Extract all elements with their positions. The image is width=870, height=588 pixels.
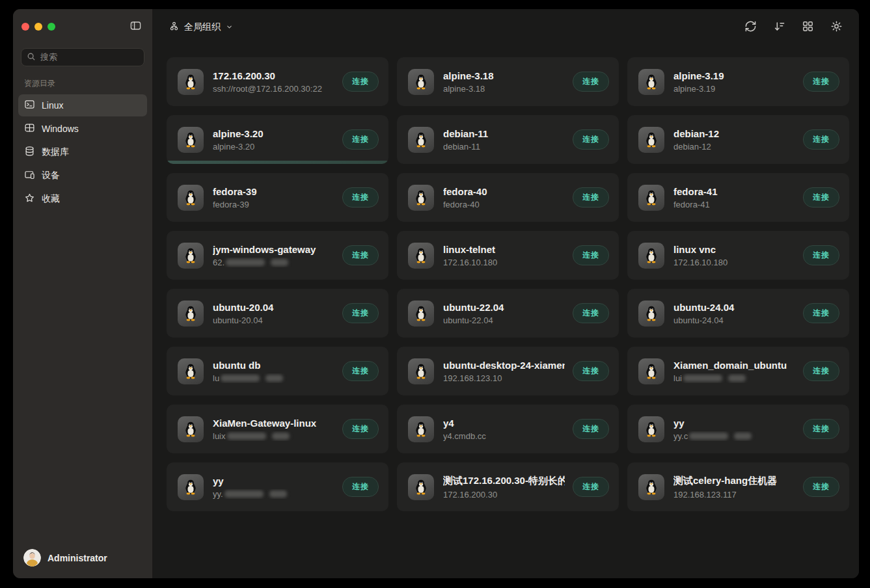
server-card[interactable]: y4y4.cmdb.cc连接: [397, 405, 619, 453]
server-card[interactable]: alpine-3.18alpine-3.18连接: [397, 57, 619, 106]
server-meta: fedora-41fedora-41: [673, 186, 795, 209]
server-card[interactable]: alpine-3.20alpine-3.20连接: [167, 115, 388, 164]
connect-button[interactable]: 连接: [342, 245, 379, 265]
sidebar-item-favorites[interactable]: 收藏: [18, 188, 147, 210]
section-label: 资源目录: [24, 78, 152, 89]
server-card[interactable]: jym-windows-gateway62.连接: [167, 231, 388, 280]
server-address: 172.16.10.180: [443, 258, 565, 267]
server-meta: linux-telnet172.16.10.180: [443, 244, 565, 267]
sidebar-item-database[interactable]: 数据库: [18, 141, 147, 163]
connect-button[interactable]: 连接: [342, 361, 379, 381]
server-card[interactable]: 测试172.16.200.30-特别长的...172.16.200.30连接: [397, 462, 619, 511]
star-icon: [24, 193, 35, 206]
connect-button[interactable]: 连接: [573, 477, 609, 497]
server-address: ubuntu-22.04: [443, 315, 565, 325]
server-address: ubuntu-24.04: [673, 315, 795, 325]
server-card[interactable]: fedora-39fedora-39连接: [167, 173, 388, 222]
topbar: 全局组织: [153, 9, 859, 46]
connect-button[interactable]: 连接: [342, 419, 379, 439]
settings-button[interactable]: [829, 19, 844, 36]
connect-button[interactable]: 连接: [342, 477, 379, 497]
layout-button[interactable]: [800, 19, 815, 36]
connect-button[interactable]: 连接: [803, 419, 839, 439]
connect-button[interactable]: 连接: [573, 245, 609, 265]
server-address: alpine-3.19: [673, 84, 795, 94]
server-card[interactable]: ubuntu-22.04ubuntu-22.04连接: [397, 289, 619, 338]
server-card[interactable]: yyyy.连接: [167, 462, 388, 511]
server-meta: ubuntu-20.04ubuntu-20.04: [213, 302, 334, 325]
server-card[interactable]: yyyy.c连接: [627, 405, 849, 453]
minimize-window-button[interactable]: [34, 23, 42, 31]
connect-button[interactable]: 连接: [342, 187, 379, 207]
connect-button[interactable]: 连接: [803, 129, 839, 150]
close-window-button[interactable]: [21, 23, 29, 31]
avatar: [23, 549, 41, 567]
connect-button[interactable]: 连接: [803, 361, 839, 381]
server-card[interactable]: 172.16.200.30ssh://root@172.16.200.30:22…: [167, 57, 388, 106]
gear-icon: [830, 20, 843, 34]
connect-button[interactable]: 连接: [342, 303, 379, 323]
linux-tux-icon: [178, 474, 204, 500]
server-name: alpine-3.18: [443, 70, 565, 81]
server-card[interactable]: linux-telnet172.16.10.180连接: [397, 231, 619, 280]
server-address: y4.cmdb.cc: [443, 431, 565, 441]
redacted-text: [683, 375, 746, 382]
sidebar-toggle-button[interactable]: [128, 18, 144, 35]
redacted-text: [221, 375, 283, 382]
organization-selector[interactable]: 全局组织: [169, 21, 233, 33]
connect-button[interactable]: 连接: [573, 361, 609, 381]
server-card[interactable]: ubuntu dblu连接: [167, 347, 388, 395]
server-card[interactable]: fedora-40fedora-40连接: [397, 173, 619, 222]
server-card[interactable]: ubuntu-24.04ubuntu-24.04连接: [627, 289, 849, 338]
connect-button[interactable]: 连接: [342, 129, 379, 150]
linux-tux-icon: [178, 243, 204, 269]
server-address: 172.16.200.30: [443, 490, 565, 500]
server-card[interactable]: ubuntu-desktop-24-xiamen192.168.123.10连接: [397, 347, 619, 395]
sidebar-item-windows[interactable]: Windows: [18, 118, 147, 140]
server-address: yy.: [213, 489, 334, 499]
connect-button[interactable]: 连接: [342, 72, 379, 92]
connect-button[interactable]: 连接: [573, 187, 609, 207]
server-meta: fedora-40fedora-40: [443, 186, 565, 209]
server-card[interactable]: debian-11debian-11连接: [397, 115, 619, 164]
linux-tux-icon: [408, 243, 434, 269]
server-card[interactable]: debian-12debian-12连接: [627, 115, 849, 164]
desktop-background: 搜索 资源目录 Linux: [0, 0, 870, 588]
server-name: linux vnc: [673, 244, 795, 255]
zoom-window-button[interactable]: [48, 23, 55, 31]
server-meta: ubuntu-desktop-24-xiamen192.168.123.10: [443, 360, 565, 383]
server-name: y4: [443, 418, 565, 429]
server-card[interactable]: Xiamen_domain_ubuntului连接: [627, 347, 849, 395]
server-card[interactable]: linux vnc172.16.10.180连接: [627, 231, 849, 280]
server-name: 测试172.16.200.30-特别长的...: [443, 475, 565, 487]
sort-button[interactable]: [772, 19, 787, 36]
server-card[interactable]: alpine-3.19alpine-3.19连接: [627, 57, 849, 106]
server-card[interactable]: fedora-41fedora-41连接: [627, 173, 849, 222]
refresh-button[interactable]: [743, 19, 758, 36]
sidebar-item-devices[interactable]: 设备: [18, 165, 147, 187]
server-meta: ubuntu dblu: [213, 360, 334, 383]
user-profile[interactable]: Administrator: [13, 540, 152, 578]
server-name: 172.16.200.30: [213, 70, 334, 81]
server-card[interactable]: ubuntu-20.04ubuntu-20.04连接: [167, 289, 388, 338]
server-card[interactable]: 测试celery-hang住机器192.168.123.117连接: [627, 462, 849, 511]
sidebar-item-linux[interactable]: Linux: [18, 94, 147, 116]
connect-button[interactable]: 连接: [803, 477, 839, 497]
server-name: yy: [213, 475, 334, 487]
connect-button[interactable]: 连接: [573, 72, 609, 92]
connect-button[interactable]: 连接: [573, 419, 609, 439]
connect-button[interactable]: 连接: [803, 303, 839, 323]
linux-tux-icon: [178, 69, 204, 95]
linux-tux-icon: [408, 301, 434, 327]
connect-button[interactable]: 连接: [803, 245, 839, 265]
search-input[interactable]: 搜索: [21, 48, 144, 66]
linux-tux-icon: [638, 127, 664, 153]
connect-button[interactable]: 连接: [573, 129, 609, 150]
connect-button[interactable]: 连接: [573, 303, 609, 323]
server-meta: yyyy.c: [673, 418, 795, 441]
connect-button[interactable]: 连接: [803, 187, 839, 207]
server-card[interactable]: XiaMen-Gateway-linuxluix连接: [167, 405, 388, 453]
connect-button[interactable]: 连接: [803, 72, 839, 92]
server-address: lu: [213, 373, 334, 383]
server-address: alpine-3.18: [443, 84, 565, 94]
